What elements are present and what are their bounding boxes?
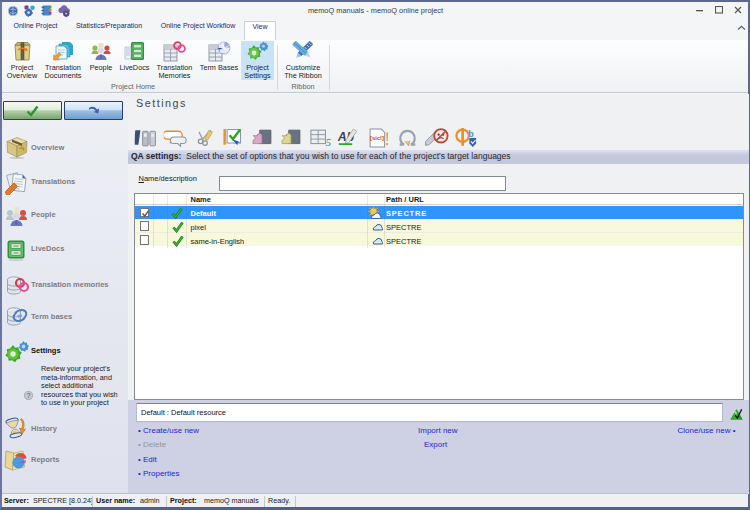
- svg-text:[sic!]: [sic!]: [370, 134, 384, 140]
- svg-text:5: 5: [325, 136, 331, 148]
- svg-text:?: ?: [27, 391, 31, 398]
- svg-text:b: b: [468, 128, 474, 138]
